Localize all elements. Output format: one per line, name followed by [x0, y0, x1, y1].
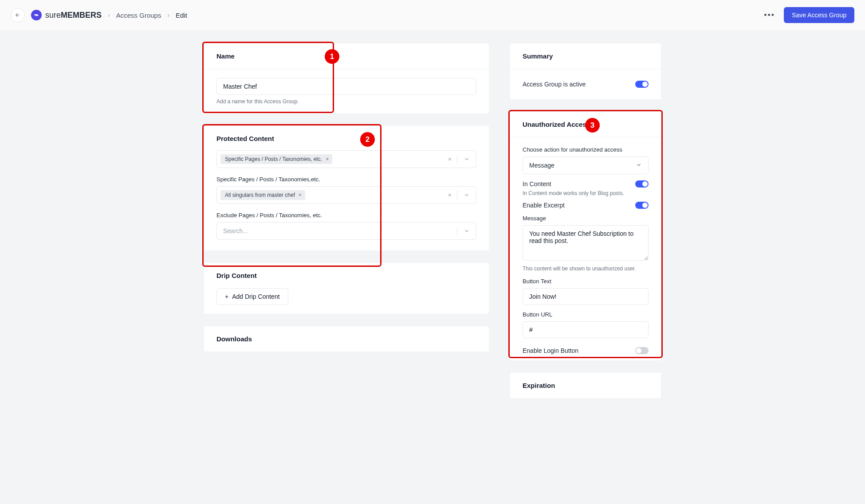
- name-help-text: Add a name for this Access Group.: [216, 98, 476, 105]
- action-value: Message: [529, 162, 554, 169]
- summary-card: Summary Access Group is active: [510, 43, 661, 99]
- plus-icon: +: [225, 293, 228, 300]
- action-select[interactable]: Message: [523, 156, 649, 174]
- drip-content-title: Drip Content: [204, 263, 489, 288]
- topbar-right: ••• Save Access Group: [764, 7, 854, 23]
- annotation-badge-2: 2: [360, 132, 375, 147]
- save-access-group-button[interactable]: Save Access Group: [784, 7, 854, 23]
- chevron-down-icon[interactable]: [457, 156, 476, 162]
- exclude-pages-label: Exclude Pages / Posts / Taxonomies, etc.: [216, 212, 476, 219]
- annotation-badge-1: 1: [325, 49, 339, 64]
- content-type-tag: Specific Pages / Posts / Taxonomies, etc…: [220, 154, 332, 164]
- message-help: This content will be shown to unauthoriz…: [523, 266, 649, 272]
- add-drip-content-button[interactable]: + Add Drip Content: [216, 288, 288, 305]
- breadcrumb-edit: Edit: [176, 12, 187, 19]
- message-textarea[interactable]: [523, 225, 649, 261]
- side-column: Summary Access Group is active 3 Unautho…: [510, 43, 661, 398]
- topbar-left: sureMEMBERS › Access Groups › Edit: [11, 8, 187, 22]
- protected-content-title: Protected Content: [204, 126, 489, 148]
- message-label: Message: [523, 215, 649, 222]
- summary-title: Summary: [510, 43, 661, 69]
- chevron-down-icon[interactable]: [457, 192, 476, 198]
- expiration-card: Expiration: [510, 373, 661, 398]
- button-text-input[interactable]: [523, 288, 649, 305]
- specific-page-tag: All singulars from master chef ×: [220, 190, 305, 200]
- remove-tag-icon[interactable]: ×: [325, 156, 330, 162]
- active-status-toggle[interactable]: [635, 81, 649, 88]
- arrow-left-icon: [15, 12, 21, 18]
- downloads-card: Downloads: [204, 326, 489, 352]
- drip-content-card: Drip Content + Add Drip Content: [204, 263, 489, 314]
- button-text-label: Button Text: [523, 278, 649, 285]
- page: 1 Name Add a name for this Access Group.…: [113, 30, 752, 398]
- active-status-label: Access Group is active: [523, 81, 586, 88]
- chevron-right-icon: ›: [108, 12, 110, 19]
- in-content-label: In Content: [523, 180, 551, 188]
- brand-prefix: sure: [45, 11, 61, 20]
- expiration-title: Expiration: [510, 373, 661, 398]
- clear-select-icon[interactable]: ×: [443, 154, 457, 164]
- brand: sureMEMBERS: [31, 10, 102, 20]
- enable-login-button-label: Enable Login Button: [523, 347, 578, 354]
- in-content-help: In Content mode works only for Blog post…: [523, 190, 649, 196]
- back-button[interactable]: [11, 8, 25, 22]
- specific-pages-label: Specific Pages / Posts / Taxonomies,etc.: [216, 176, 476, 183]
- more-options-button[interactable]: •••: [764, 11, 775, 20]
- button-url-input[interactable]: [523, 321, 649, 338]
- specific-pages-select[interactable]: All singulars from master chef × ×: [216, 186, 476, 204]
- access-group-name-input[interactable]: [216, 78, 476, 95]
- exclude-placeholder: Search...: [220, 227, 248, 234]
- enable-login-button-toggle[interactable]: [635, 347, 649, 354]
- content-type-select[interactable]: Specific Pages / Posts / Taxonomies, etc…: [216, 150, 476, 168]
- main-column: 1 Name Add a name for this Access Group.…: [204, 43, 489, 398]
- name-card: Name Add a name for this Access Group.: [204, 43, 489, 113]
- chevron-down-icon: [636, 162, 642, 169]
- unauthorized-access-card: Unauthorized Access Choose action for un…: [510, 112, 661, 360]
- clear-select-icon[interactable]: ×: [443, 190, 457, 200]
- topbar: sureMEMBERS › Access Groups › Edit ••• S…: [0, 0, 865, 30]
- chevron-right-icon: ›: [167, 12, 169, 19]
- tag-label: Specific Pages / Posts / Taxonomies, etc…: [225, 156, 322, 162]
- remove-tag-icon[interactable]: ×: [298, 192, 303, 198]
- brand-suffix: MEMBERS: [61, 11, 102, 20]
- name-card-title: Name: [204, 43, 489, 69]
- brand-icon: [31, 10, 42, 20]
- chevron-down-icon[interactable]: [457, 226, 476, 236]
- breadcrumb-access-groups[interactable]: Access Groups: [116, 12, 161, 19]
- protected-content-card: Protected Content Specific Pages / Posts…: [204, 126, 489, 250]
- downloads-title: Downloads: [204, 326, 489, 352]
- exclude-pages-select[interactable]: Search...: [216, 222, 476, 240]
- button-url-label: Button URL: [523, 311, 649, 318]
- drip-button-label: Add Drip Content: [232, 293, 279, 300]
- tag-label: All singulars from master chef: [225, 192, 295, 198]
- enable-excerpt-toggle[interactable]: [635, 202, 649, 209]
- in-content-toggle[interactable]: [635, 180, 649, 188]
- annotation-badge-3: 3: [585, 118, 600, 133]
- action-label: Choose action for unauthorized access: [523, 146, 649, 153]
- enable-excerpt-label: Enable Excerpt: [523, 202, 565, 209]
